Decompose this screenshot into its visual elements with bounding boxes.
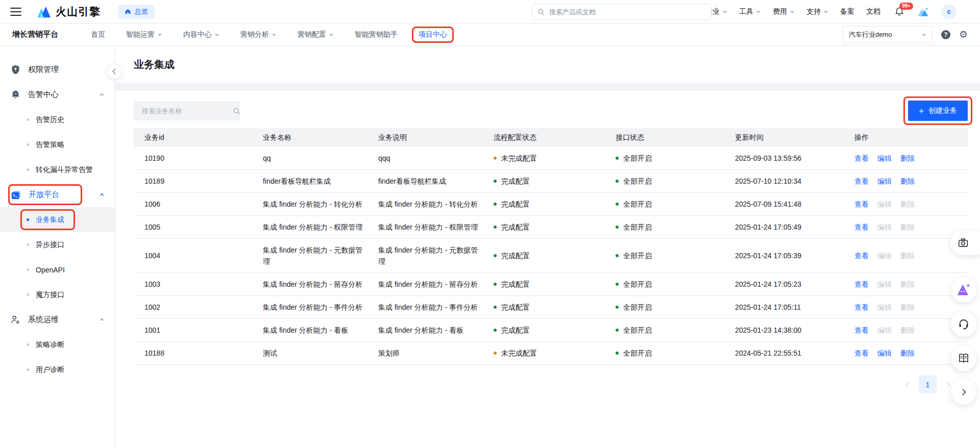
view-link[interactable]: 查看: [854, 154, 869, 162]
subnav-items: 首页智能运营内容中心营销分析营销配置智能营销助手项目中心: [91, 30, 447, 39]
topbar-menu-label: 备案: [840, 7, 854, 16]
sidebar-collapse-button[interactable]: [107, 64, 122, 79]
view-link[interactable]: 查看: [854, 200, 869, 208]
plus-icon: +: [919, 107, 924, 115]
sidebar-item-用户诊断[interactable]: 用户诊断: [0, 357, 115, 382]
cell-business-name: finder看板导航栏集成: [252, 170, 368, 193]
sidebar-item-告警历史[interactable]: 告警历史: [0, 107, 115, 132]
cell-business-desc: 集成 finder 分析能力 - 权限管理: [368, 216, 483, 239]
cell-business-id: 1002: [134, 296, 252, 319]
sidebar-item-告警策略[interactable]: 告警策略: [0, 132, 115, 157]
edit-link[interactable]: 编辑: [877, 349, 892, 357]
delete-link[interactable]: 删除: [900, 154, 915, 162]
support-button[interactable]: [951, 311, 976, 337]
edit-link: 编辑: [877, 252, 892, 260]
sidebar-group-4[interactable]: 系统运维: [0, 307, 115, 332]
business-search: [134, 101, 240, 120]
user-avatar[interactable]: c: [941, 4, 957, 19]
business-search-input[interactable]: [141, 107, 233, 115]
cell-business-name: qq: [252, 147, 368, 170]
subnav-item-7[interactable]: 项目中心: [419, 30, 447, 39]
overview-badge[interactable]: 总览: [118, 5, 155, 19]
view-link[interactable]: 查看: [854, 252, 869, 260]
sidebar-group-1[interactable]: 权限管理: [0, 57, 115, 82]
edit-link[interactable]: 编辑: [877, 177, 892, 185]
gear-icon[interactable]: ⚙: [959, 30, 968, 39]
subnav-item-2[interactable]: 智能运营: [126, 30, 162, 39]
view-link[interactable]: 查看: [854, 303, 869, 311]
column-header: 业务名称: [252, 128, 368, 147]
table-row: 1006集成 finder 分析能力 - 转化分析集成 finder 分析能力 …: [134, 193, 968, 216]
sidebar-item-转化漏斗异常告警[interactable]: 转化漏斗异常告警: [0, 157, 115, 182]
topbar-menu-3[interactable]: 费用: [773, 7, 795, 16]
table-header-row: 业务id业务名称业务说明流程配置状态接口状态更新时间操作: [134, 128, 968, 147]
delete-link: 删除: [900, 280, 915, 288]
chevron-right-icon: [960, 389, 966, 395]
volcengine-logo[interactable]: 火山引擎: [35, 5, 101, 19]
sidebar-item-业务集成[interactable]: 业务集成: [0, 207, 115, 232]
cell-business-desc: 策划师: [368, 342, 483, 365]
bullet-icon: [27, 293, 29, 296]
status-indicator: 全部开启: [616, 221, 720, 233]
subnav-right: 汽车行业demo ? ⚙: [843, 26, 968, 43]
screenshot-camera-button[interactable]: [950, 231, 980, 255]
topbar-menu-5[interactable]: 备案: [840, 7, 854, 16]
sidebar-item-异步接口[interactable]: 异步接口: [0, 232, 115, 257]
ai-assistant-button[interactable]: [951, 277, 976, 303]
delete-link[interactable]: 删除: [900, 177, 915, 185]
cell-business-desc: 集成 finder 分析能力 - 事件分析: [368, 296, 483, 319]
topbar-menu-6[interactable]: 文档: [866, 7, 880, 16]
edit-link: 编辑: [877, 200, 892, 208]
next-page-button[interactable]: [944, 381, 951, 388]
page-number[interactable]: 1: [919, 376, 937, 393]
chevron-up-icon: [99, 192, 105, 197]
view-link[interactable]: 查看: [854, 223, 869, 231]
notification-bell-icon[interactable]: 99+: [894, 7, 904, 17]
view-link[interactable]: 查看: [854, 326, 869, 334]
create-business-button[interactable]: + 创建业务: [908, 101, 968, 121]
bullet-icon: [27, 243, 29, 246]
status-indicator: 全部开启: [616, 325, 720, 336]
cell-updated-time: 2025-01-24 17:05:39: [724, 239, 844, 273]
sidebar-group-2[interactable]: 告警中心: [0, 82, 115, 107]
cell-api-status: 全部开启: [605, 319, 724, 342]
cell-flow-status: 完成配置: [483, 319, 605, 342]
view-link[interactable]: 查看: [854, 177, 869, 185]
help-icon[interactable]: ?: [941, 30, 950, 39]
global-search-input[interactable]: [548, 8, 706, 16]
status-indicator: 全部开启: [616, 347, 720, 359]
subnav-item-4[interactable]: 营销分析: [240, 30, 277, 39]
bullet-icon: [27, 118, 29, 121]
edit-link[interactable]: 编辑: [877, 154, 892, 162]
cell-actions: 查看编辑删除: [844, 193, 968, 216]
table-row: 10189finder看板导航栏集成finder看板导航栏集成完成配置全部开启2…: [134, 170, 968, 193]
subnav-item-6[interactable]: 智能营销助手: [355, 30, 398, 39]
cell-business-id: 1003: [134, 273, 252, 296]
docs-button[interactable]: [951, 345, 976, 371]
hamburger-menu-icon[interactable]: [10, 8, 21, 16]
sidebar-group-3[interactable]: 开放平台: [0, 182, 115, 207]
sidebar-item-策略诊断[interactable]: 策略诊断: [0, 332, 115, 357]
status-indicator: 完成配置: [494, 198, 601, 210]
subnav-item-1[interactable]: 首页: [91, 30, 105, 39]
subnav-item-label: 内容中心: [183, 30, 212, 39]
chevron-down-icon: [272, 32, 277, 37]
view-link[interactable]: 查看: [854, 349, 869, 357]
chevron-down-icon: [329, 32, 334, 37]
subnav-item-5[interactable]: 营销配置: [298, 30, 334, 39]
subnav-item-3[interactable]: 内容中心: [183, 30, 219, 39]
status-label: 完成配置: [501, 176, 530, 187]
prev-page-button[interactable]: [904, 381, 911, 388]
sidebar-item-OpenAPI[interactable]: OpenAPI: [0, 257, 115, 282]
topbar-menu-2[interactable]: 工具: [739, 7, 761, 16]
delete-link[interactable]: 删除: [900, 349, 915, 357]
view-link[interactable]: 查看: [854, 280, 869, 288]
expand-panel-button[interactable]: [951, 379, 976, 405]
project-selector[interactable]: 汽车行业demo: [843, 26, 933, 43]
cell-api-status: 全部开启: [605, 296, 724, 319]
status-label: 全部开启: [623, 347, 652, 359]
sidebar-item-魔方接口[interactable]: 魔方接口: [0, 282, 115, 307]
status-indicator: 未完成配置: [494, 347, 601, 359]
topbar-menu-4[interactable]: 支持: [806, 7, 828, 16]
ai-mountain-icon[interactable]: [916, 6, 929, 18]
